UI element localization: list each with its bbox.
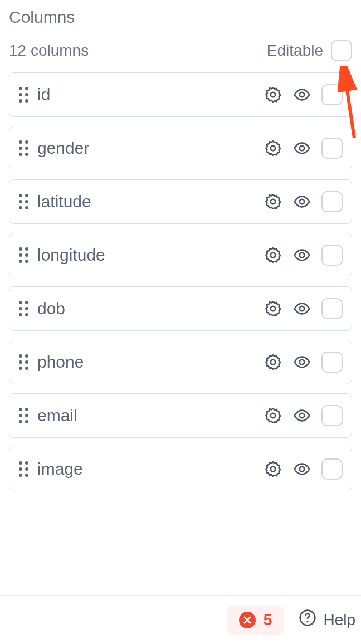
eye-icon[interactable]	[292, 85, 311, 104]
gear-icon[interactable]	[264, 460, 282, 479]
column-actions	[264, 191, 343, 212]
column-editable-checkbox[interactable]	[321, 138, 343, 159]
svg-point-6	[271, 253, 276, 258]
column-row[interactable]: id	[9, 72, 352, 117]
eye-icon[interactable]	[292, 406, 311, 425]
column-name: id	[37, 85, 264, 104]
column-count-label: 12 columns	[9, 42, 89, 60]
svg-point-4	[271, 199, 276, 204]
eye-icon[interactable]	[292, 299, 311, 318]
eye-icon[interactable]	[292, 246, 311, 265]
column-name: gender	[37, 139, 264, 158]
drag-handle-icon[interactable]	[17, 407, 30, 424]
eye-icon[interactable]	[292, 139, 311, 158]
gear-icon[interactable]	[264, 406, 282, 425]
column-editable-checkbox[interactable]	[321, 405, 343, 426]
error-icon	[239, 612, 256, 628]
column-row[interactable]: image	[9, 447, 352, 491]
drag-handle-icon[interactable]	[17, 461, 30, 477]
svg-point-2	[271, 146, 276, 151]
column-editable-checkbox[interactable]	[321, 352, 343, 373]
svg-point-10	[271, 360, 276, 365]
editable-all-checkbox[interactable]	[331, 40, 352, 61]
column-row[interactable]: phone	[9, 340, 352, 384]
column-row[interactable]: latitude	[9, 179, 352, 224]
drag-handle-icon[interactable]	[17, 247, 30, 264]
column-actions	[264, 138, 343, 159]
eye-icon[interactable]	[292, 353, 311, 372]
section-title: Columns	[9, 8, 352, 27]
svg-point-12	[271, 413, 276, 418]
column-row[interactable]: longitude	[9, 233, 352, 277]
svg-point-13	[300, 413, 305, 418]
column-actions	[264, 245, 343, 266]
columns-subheader: 12 columns Editable	[9, 40, 352, 61]
column-name: latitude	[37, 192, 264, 211]
columns-panel: Columns 12 columns Editable idgenderlati…	[0, 0, 361, 618]
svg-point-5	[300, 199, 305, 204]
drag-handle-icon[interactable]	[17, 86, 30, 103]
drag-handle-icon[interactable]	[17, 354, 30, 370]
column-editable-checkbox[interactable]	[321, 245, 343, 266]
column-editable-checkbox[interactable]	[321, 84, 343, 105]
svg-point-8	[271, 306, 276, 311]
column-name: email	[37, 406, 264, 425]
svg-point-1	[300, 92, 305, 97]
column-name: longitude	[37, 246, 264, 265]
column-actions	[264, 298, 343, 319]
help-label: Help	[323, 611, 355, 629]
gear-icon[interactable]	[264, 353, 282, 372]
column-editable-checkbox[interactable]	[321, 191, 343, 212]
gear-icon[interactable]	[264, 139, 282, 158]
svg-point-0	[271, 92, 276, 97]
gear-icon[interactable]	[264, 299, 282, 318]
column-name: phone	[37, 353, 264, 372]
drag-handle-icon[interactable]	[17, 193, 30, 210]
help-button[interactable]: Help	[299, 609, 355, 631]
column-actions	[264, 352, 343, 373]
svg-point-9	[300, 306, 305, 311]
gear-icon[interactable]	[264, 246, 282, 265]
column-actions	[264, 458, 343, 480]
editable-label: Editable	[267, 42, 323, 60]
column-actions	[264, 405, 343, 426]
error-indicator[interactable]: 5	[227, 606, 285, 635]
column-name: dob	[37, 299, 264, 318]
svg-point-19	[307, 621, 309, 622]
column-name: image	[37, 460, 264, 479]
column-row[interactable]: email	[9, 393, 352, 438]
column-editable-checkbox[interactable]	[321, 458, 343, 480]
eye-icon[interactable]	[292, 192, 311, 211]
column-editable-checkbox[interactable]	[321, 298, 343, 319]
drag-handle-icon[interactable]	[17, 300, 30, 317]
svg-point-14	[271, 467, 276, 472]
status-bar: 5 Help	[0, 595, 361, 644]
drag-handle-icon[interactable]	[17, 140, 30, 157]
svg-point-15	[300, 467, 305, 472]
help-icon	[299, 609, 316, 631]
column-row[interactable]: gender	[9, 126, 352, 170]
column-row[interactable]: dob	[9, 286, 352, 331]
column-list: idgenderlatitudelongitudedobphoneemailim…	[9, 72, 352, 491]
column-actions	[264, 84, 343, 105]
svg-point-11	[300, 360, 305, 365]
error-count: 5	[264, 611, 272, 629]
editable-toggle-wrap: Editable	[267, 40, 352, 61]
svg-point-3	[300, 146, 305, 151]
gear-icon[interactable]	[264, 192, 282, 211]
gear-icon[interactable]	[264, 85, 282, 104]
eye-icon[interactable]	[292, 460, 311, 479]
svg-point-7	[300, 253, 305, 258]
